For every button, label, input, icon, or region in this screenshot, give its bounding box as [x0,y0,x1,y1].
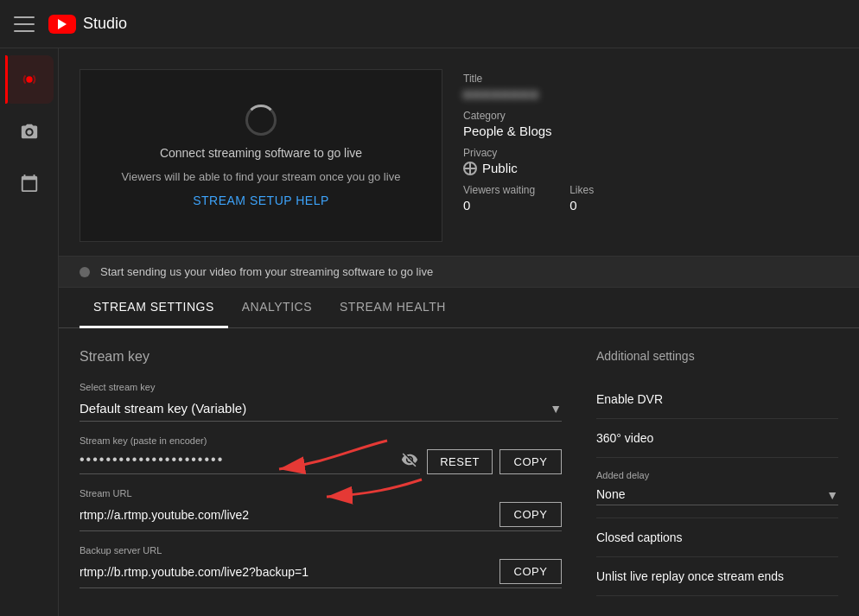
preview-sub-text: Viewers will be able to find your stream… [122,170,401,183]
content-area: Stream key Select stream key Default str… [59,328,859,616]
hamburger-menu[interactable] [14,14,35,35]
unlist-replay-row: Unlist live replay once stream ends [596,557,838,596]
camera-icon [20,122,39,141]
stream-key-value-row: •••••••••••••••••••••• [80,449,420,474]
tabs: STREAM SETTINGS ANALYTICS STREAM HEALTH [59,288,859,328]
toggle-visibility-button[interactable] [399,449,420,470]
stream-top: Connect streaming software to go live Vi… [59,48,859,256]
topnav: Studio [0,0,859,48]
studio-label: Studio [83,15,127,33]
stream-key-title: Stream key [80,349,562,365]
status-dot [80,267,90,277]
preview-main-text: Connect streaming software to go live [160,146,362,160]
status-text: Start sending us your video from your st… [100,265,433,278]
tab-analytics[interactable]: ANALYTICS [228,288,326,328]
backup-url-label: Backup server URL [80,545,562,556]
sidebar-item-calendar[interactable] [5,159,54,207]
enable-dvr-label: Enable DVR [596,392,663,406]
globe-icon [463,162,477,175]
privacy-value-row: Public [463,161,838,175]
privacy-label: Privacy [463,147,838,159]
backup-url-group: Backup server URL rtmp://b.rtmp.youtube.… [80,545,562,588]
copy-backup-button[interactable]: COPY [499,559,562,584]
added-delay-label: Added delay [596,470,838,480]
backup-url-value: rtmp://b.rtmp.youtube.com/live2?backup=1 [80,565,493,579]
backup-url-row: rtmp://b.rtmp.youtube.com/live2?backup=1… [80,559,562,588]
copy-url-button[interactable]: COPY [499,502,562,527]
select-key-dropdown[interactable]: Default stream key (Variable) [80,396,562,422]
title-value: ●●●●●●●● [463,86,838,101]
stream-key-group: Stream key (paste in encoder) ••••••••••… [80,435,562,474]
loading-spinner [245,105,277,136]
select-key-label: Select stream key [80,382,562,392]
live-icon [20,70,39,89]
added-delay-select-wrapper: None ▼ [596,484,838,505]
unlist-replay-label: Unlist live replay once stream ends [596,569,784,583]
tab-stream-health[interactable]: STREAM HEALTH [326,288,460,328]
video-360-row: 360° video [596,419,838,458]
stream-url-group: Stream URL rtmp://a.rtmp.youtube.com/liv… [80,488,562,531]
sidebar [0,48,59,616]
sidebar-item-camera[interactable] [5,107,54,156]
viewers-label: Viewers waiting [463,184,535,196]
logo: Studio [48,15,127,34]
main-content: Connect streaming software to go live Vi… [59,48,859,616]
eye-slash-icon [401,451,418,468]
closed-captions-label: Closed captions [596,530,683,544]
viewers-likes-row: Viewers waiting 0 Likes 0 [463,184,838,213]
right-panel: Additional settings Enable DVR 360° vide… [596,349,838,602]
viewers-field: Viewers waiting 0 [463,184,535,213]
stream-setup-help-link[interactable]: STREAM SETUP HELP [193,194,329,207]
closed-captions-row: Closed captions [596,518,838,557]
layout: Connect streaming software to go live Vi… [0,48,859,616]
video-360-label: 360° video [596,431,653,445]
svg-point-0 [26,76,32,82]
likes-field: Likes 0 [569,184,594,213]
left-panel: Stream key Select stream key Default str… [80,349,562,602]
title-label: Title [463,73,838,85]
youtube-icon [48,15,76,34]
sidebar-calendar-wrapper [5,159,54,207]
viewers-value: 0 [463,198,535,213]
copy-key-button[interactable]: COPY [499,449,562,474]
added-delay-select[interactable]: None [596,484,838,505]
stream-key-row: •••••••••••••••••••••• RESET COPY [80,449,562,474]
category-field: Category People & Blogs [463,110,838,138]
stream-url-row: rtmp://a.rtmp.youtube.com/live2 COPY [80,502,562,531]
stream-info: Title ●●●●●●●● Category People & Blogs P… [463,69,838,242]
select-key-wrapper: Default stream key (Variable) ▼ [80,396,562,422]
privacy-value: Public [482,161,518,175]
stream-key-label: Stream key (paste in encoder) [80,435,562,446]
sidebar-item-live[interactable] [5,55,54,104]
calendar-icon [20,174,39,193]
added-delay-row: Added delay None ▼ [596,458,838,518]
reset-button[interactable]: RESET [427,449,493,474]
stream-preview: Connect streaming software to go live Vi… [80,69,442,242]
privacy-field: Privacy Public [463,147,838,175]
likes-value: 0 [569,198,594,213]
likes-label: Likes [569,184,594,196]
status-bar: Start sending us your video from your st… [59,256,859,288]
title-field: Title ●●●●●●●● [463,73,838,101]
stream-url-value: rtmp://a.rtmp.youtube.com/live2 [80,508,493,522]
sidebar-live-wrapper [5,55,54,104]
category-label: Category [463,110,838,122]
category-value: People & Blogs [463,124,838,138]
active-bar [5,55,8,104]
enable-dvr-row: Enable DVR [596,380,838,419]
stream-key-dots: •••••••••••••••••••••• [80,452,392,467]
tab-stream-settings[interactable]: STREAM SETTINGS [80,288,228,328]
sidebar-camera-wrapper [5,107,54,156]
stream-url-label: Stream URL [80,488,562,499]
select-key-group: Select stream key Default stream key (Va… [80,382,562,422]
additional-settings-title: Additional settings [596,349,838,363]
